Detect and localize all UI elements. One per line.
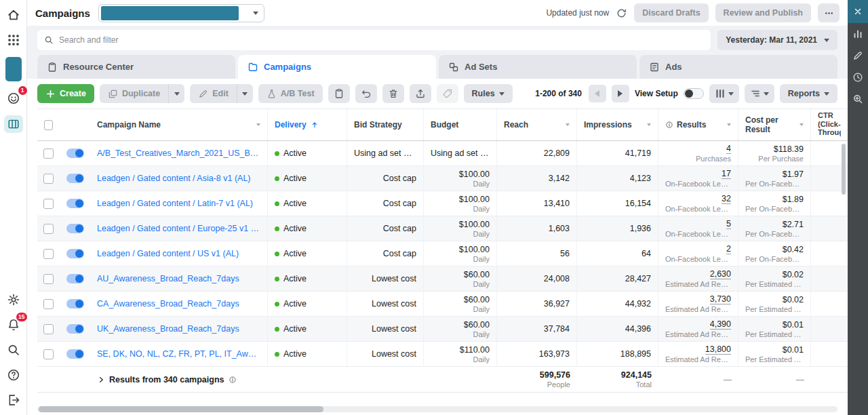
columns-button[interactable]	[709, 84, 739, 103]
search-box[interactable]	[37, 30, 711, 50]
home-icon[interactable]	[5, 7, 22, 23]
ab-test-button[interactable]: A/B Test	[258, 84, 323, 103]
campaign-name-link[interactable]: SE, DK, NO, NL, CZ, FR, PT, PL, IT_Aware…	[97, 349, 260, 359]
row-checkbox[interactable]	[43, 274, 54, 284]
campaign-active-toggle[interactable]	[66, 199, 84, 208]
campaign-name-link[interactable]: CA_Awareness_Broad_Reach_7days	[97, 299, 239, 309]
tab-resource-center[interactable]: Resource Center	[37, 55, 235, 79]
results-value[interactable]: 4	[726, 144, 731, 154]
ctr-header[interactable]: CTR (Click-Through Rate)	[811, 109, 848, 140]
tab-campaigns[interactable]: Campaigns	[238, 55, 436, 79]
campaign-name-link[interactable]: Leadgen / Gated content / Asia-8 v1 (AL)	[97, 174, 251, 183]
row-checkbox[interactable]	[43, 349, 54, 359]
columns-icon	[715, 88, 726, 99]
export-button[interactable]	[410, 84, 431, 103]
account-selector-dropdown[interactable]	[98, 4, 264, 22]
tab-ads[interactable]: Ads	[639, 55, 837, 79]
campaign-active-toggle[interactable]	[66, 249, 84, 258]
edit-caret-button[interactable]	[237, 84, 253, 103]
breakdown-button[interactable]	[745, 84, 774, 103]
results-value[interactable]: 4,390	[710, 319, 731, 330]
row-toggle-cell	[60, 292, 90, 316]
campaign-active-toggle[interactable]	[66, 274, 84, 283]
results-value[interactable]: 13,800	[705, 344, 731, 355]
history-clock-icon[interactable]	[848, 66, 868, 88]
chart-icon[interactable]	[848, 23, 868, 45]
expand-chevron-icon[interactable]	[97, 376, 105, 384]
results-sub: On-Facebook Leads	[665, 255, 731, 263]
undo-button[interactable]	[355, 84, 377, 103]
reach-header[interactable]: Reach	[497, 109, 577, 140]
campaign-name-link[interactable]: A/B_Test_Creatives_March_2021_US_Broad_.…	[97, 149, 260, 158]
results-value[interactable]: 3,730	[710, 294, 731, 304]
rules-button[interactable]: Rules	[464, 84, 513, 103]
campaign-name-header[interactable]: Campaign Name	[90, 109, 268, 140]
delete-button[interactable]	[382, 84, 404, 103]
results-value[interactable]: 32	[722, 194, 731, 204]
budget-header[interactable]: Budget	[424, 109, 497, 140]
campaign-active-toggle[interactable]	[66, 324, 84, 334]
search-icon[interactable]	[5, 342, 22, 358]
tab-ad-sets[interactable]: Ad Sets	[439, 55, 637, 79]
notifications-smiley-icon[interactable]: 1	[5, 90, 22, 106]
select-all-checkbox[interactable]	[44, 120, 53, 130]
campaign-active-toggle[interactable]	[66, 349, 84, 359]
campaign-name-link[interactable]: UK_Awareness_Broad_Reach_7days	[97, 324, 239, 334]
row-checkbox[interactable]	[43, 299, 54, 309]
duplicate-button[interactable]: Duplicate	[100, 84, 168, 103]
horizontal-scrollbar-thumb[interactable]	[39, 406, 323, 412]
horizontal-scrollbar-track[interactable]	[37, 406, 837, 412]
review-and-publish-button[interactable]: Review and Publish	[715, 3, 811, 22]
reports-button[interactable]: Reports	[780, 84, 837, 103]
create-button[interactable]: Create	[37, 84, 94, 103]
impressions-header[interactable]: Impressions	[577, 109, 658, 140]
results-value[interactable]: 2	[726, 244, 731, 254]
campaign-name-link[interactable]: AU_Awareness_Broad_Reach_7days	[97, 274, 239, 283]
settings-gear-icon[interactable]	[5, 292, 22, 308]
bid-strategy-header[interactable]: Bid Strategy	[347, 109, 424, 140]
campaign-active-toggle[interactable]	[66, 149, 84, 158]
clipboard-button[interactable]	[328, 84, 350, 103]
vertical-scrollbar-thumb[interactable]	[842, 144, 846, 195]
alerts-bell-icon[interactable]: 15	[5, 317, 22, 333]
next-page-button[interactable]	[612, 85, 629, 102]
refresh-icon[interactable]	[616, 7, 627, 19]
row-checkbox[interactable]	[43, 174, 54, 184]
row-checkbox[interactable]	[43, 149, 54, 159]
row-checkbox[interactable]	[43, 324, 54, 334]
results-header[interactable]: Results	[658, 109, 738, 140]
cost-per-result-header[interactable]: Cost per Result	[738, 109, 811, 140]
row-checkbox[interactable]	[43, 224, 54, 234]
campaign-name-link[interactable]: Leadgen / Gated content / US v1 (AL)	[97, 249, 239, 258]
edit-button[interactable]: Edit	[190, 84, 237, 103]
campaign-name-link[interactable]: Leadgen / Gated content / Latin-7 v1 (AL…	[97, 199, 253, 208]
row-checkbox[interactable]	[43, 199, 54, 209]
results-value[interactable]: 2,630	[710, 269, 731, 279]
help-icon[interactable]	[5, 367, 22, 383]
zoom-icon[interactable]	[848, 88, 868, 110]
search-input[interactable]	[59, 35, 704, 45]
active-status-dot	[275, 226, 279, 231]
apps-grid-icon[interactable]	[5, 32, 22, 48]
edit-pencil-icon[interactable]	[848, 45, 868, 66]
discard-drafts-button[interactable]: Discard Drafts	[634, 3, 708, 22]
main-area: Campaigns Updated just now Discard Draft…	[27, 0, 848, 415]
business-avatar[interactable]	[5, 57, 22, 81]
row-checkbox[interactable]	[43, 249, 54, 259]
campaign-active-toggle[interactable]	[66, 174, 84, 183]
close-icon[interactable]	[848, 0, 868, 23]
duplicate-caret-button[interactable]	[168, 84, 184, 103]
campaign-active-toggle[interactable]	[66, 224, 84, 233]
date-range-picker[interactable]: Yesterday: Mar 11, 2021	[717, 30, 837, 50]
page-export-icon[interactable]	[5, 392, 22, 408]
results-value[interactable]: 5	[726, 219, 731, 229]
campaign-name-link[interactable]: Leadgen / Gated content / Europe-25 v1 (…	[97, 224, 260, 233]
ads-reporting-icon[interactable]	[4, 115, 23, 133]
delivery-header[interactable]: Delivery	[268, 109, 347, 140]
more-options-button[interactable]	[818, 3, 840, 22]
view-setup-toggle[interactable]	[684, 88, 704, 99]
results-value[interactable]: 17	[722, 169, 731, 179]
campaign-active-toggle[interactable]	[66, 299, 84, 309]
tag-button[interactable]	[437, 84, 458, 103]
prev-page-button[interactable]	[589, 85, 606, 102]
